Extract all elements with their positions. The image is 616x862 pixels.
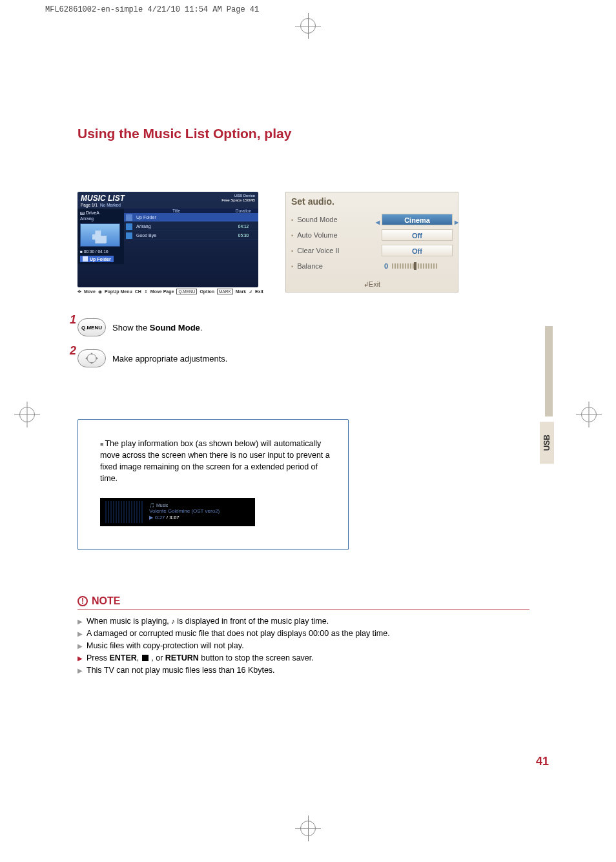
crop-mark-left bbox=[19, 407, 35, 422]
col-duration: Duration bbox=[229, 209, 258, 213]
balance-label: Balance bbox=[291, 262, 382, 270]
screensaver-preview: 🎵 Music Volente Goldmine (OST vero2) ▶0:… bbox=[100, 498, 255, 526]
balance-slider[interactable] bbox=[392, 263, 438, 269]
saver-time: ▶0:27 / 3:67 bbox=[149, 515, 220, 521]
crop-mark-top bbox=[300, 18, 316, 34]
stop-icon bbox=[142, 655, 149, 661]
clear-voice-label: Clear Voice II bbox=[291, 247, 382, 254]
exit-label[interactable]: Exit bbox=[291, 280, 453, 288]
folder-icon bbox=[126, 214, 132, 221]
step-2-text: Make appropriate adjustments. bbox=[112, 354, 227, 364]
music-list-title: MUSIC LIST bbox=[81, 194, 125, 203]
bullet-icon: ▶ bbox=[77, 655, 83, 662]
bullet-icon: ▶ bbox=[77, 642, 83, 650]
free-space-label: Free Space 150MB bbox=[221, 198, 255, 203]
drive-label: 🖴 DriveA bbox=[80, 210, 121, 215]
table-row[interactable]: Up Folder bbox=[124, 213, 258, 222]
auto-volume-value[interactable]: Off bbox=[382, 229, 453, 241]
clear-voice-value[interactable]: Off bbox=[382, 245, 453, 256]
qmenu-button-icon: Q.MENU bbox=[77, 318, 106, 336]
no-marked-label: No Marked bbox=[100, 203, 121, 207]
album-thumbnail bbox=[80, 223, 120, 247]
side-tab-bg bbox=[545, 326, 553, 416]
step-1-text: Show the Sound Mode. bbox=[112, 323, 202, 333]
note-section: ! NOTE ▶ When music is playing, ♪ is dis… bbox=[77, 595, 529, 675]
play-icon: ▶ bbox=[149, 515, 153, 520]
auto-volume-label: Auto Volume bbox=[291, 231, 382, 239]
bullet-icon: ▶ bbox=[77, 618, 83, 625]
note-item: ▶ A damaged or corrupted music file that… bbox=[77, 629, 529, 638]
exclamation-icon: ! bbox=[77, 596, 88, 606]
crop-mark-bottom bbox=[300, 821, 316, 836]
table-row[interactable]: Good Bye 05:30 bbox=[124, 231, 258, 240]
visualizer-icon bbox=[105, 501, 144, 523]
music-list-panel: MUSIC LIST USB Device Free Space 150MB P… bbox=[77, 192, 258, 287]
drive-sublabel: Arirang bbox=[80, 216, 121, 221]
step-2: 2 Make appropriate adjustments. bbox=[77, 349, 529, 367]
info-box: The play information box (as shown below… bbox=[77, 419, 349, 550]
saver-label: 🎵 Music bbox=[149, 502, 220, 508]
step-number: 2 bbox=[70, 344, 76, 358]
bullet-icon: ▶ bbox=[77, 630, 83, 637]
note-heading: ! NOTE bbox=[77, 595, 529, 607]
note-item: ▶ This TV can not play music files less … bbox=[77, 666, 529, 675]
sound-mode-value[interactable]: Cinema bbox=[382, 214, 453, 225]
step-1: 1 Q.MENU Show the Sound Mode. bbox=[77, 318, 529, 336]
svg-point-0 bbox=[87, 354, 96, 363]
sound-mode-label: Sound Mode bbox=[291, 216, 382, 223]
usb-device-label: USB Device bbox=[221, 194, 255, 198]
check-icon bbox=[126, 232, 132, 239]
set-audio-panel: Set audio. Sound Mode Cinema Auto Volume… bbox=[285, 192, 458, 292]
crop-mark-right bbox=[581, 407, 597, 422]
up-folder-button[interactable]: Up Folder bbox=[80, 256, 114, 262]
table-row[interactable]: Arirang 04:12 bbox=[124, 222, 258, 231]
page-number: 41 bbox=[536, 755, 549, 768]
print-header: MFL62861002-en-simple 4/21/10 11:54 AM P… bbox=[45, 5, 259, 14]
set-audio-title: Set audio. bbox=[291, 196, 453, 207]
page-title: Using the Music List Option, play bbox=[77, 126, 529, 141]
up-folder-icon bbox=[83, 256, 88, 262]
side-tab: USB bbox=[540, 422, 554, 464]
col-title: Title bbox=[124, 209, 229, 213]
balance-value[interactable]: 0 bbox=[382, 260, 453, 272]
note-item: ▶ Press ENTER, , or RETURN button to sto… bbox=[77, 653, 529, 662]
page-info: Page 1/1 bbox=[81, 203, 98, 207]
time-status: ■ 00:00 / 04:16 bbox=[80, 249, 121, 254]
saver-track: Volente Goldmine (OST vero2) bbox=[149, 508, 220, 515]
bullet-icon: ▶ bbox=[77, 667, 83, 674]
nav-ring-icon bbox=[77, 349, 106, 367]
note-item: ▶ When music is playing, ♪ is displayed … bbox=[77, 617, 529, 626]
note-item: ▶ Music files with copy-protection will … bbox=[77, 641, 529, 650]
check-icon bbox=[126, 223, 132, 230]
hint-bar: ✥Move ◉PopUp Menu CH⇕ Move Page Q.MENU O… bbox=[77, 289, 258, 294]
step-number: 1 bbox=[70, 313, 76, 327]
note-divider bbox=[77, 610, 529, 610]
info-text: The play information box (as shown below… bbox=[100, 438, 330, 485]
